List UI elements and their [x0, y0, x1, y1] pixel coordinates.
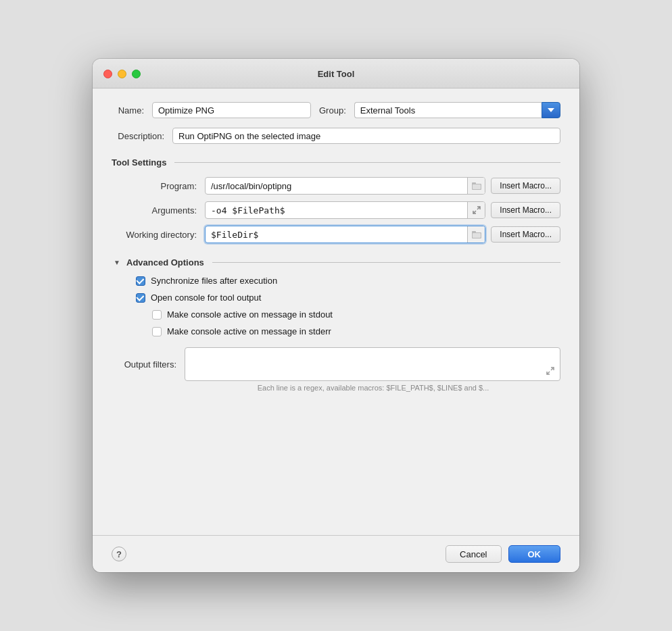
cancel-button[interactable]: Cancel: [446, 545, 501, 563]
group-dropdown-button[interactable]: [542, 102, 560, 118]
minimize-button[interactable]: [118, 70, 126, 78]
console-stdout-checkbox[interactable]: [152, 310, 162, 320]
output-filters-wrapper: [185, 347, 560, 381]
advanced-divider: [212, 262, 560, 263]
advanced-section: ▼ Advanced Options Synchronize files aft…: [112, 257, 560, 343]
svg-rect-6: [472, 231, 476, 233]
name-label: Name:: [112, 105, 152, 116]
tool-settings-divider: [174, 162, 560, 163]
tool-settings-fields: Program: Insert Macro... Arguments:: [112, 177, 560, 243]
program-input[interactable]: [206, 178, 467, 194]
svg-rect-1: [472, 182, 476, 184]
advanced-collapse-arrow[interactable]: ▼: [112, 257, 122, 268]
svg-rect-2: [473, 184, 481, 189]
working-dir-macro-button[interactable]: Insert Macro...: [491, 226, 560, 243]
dialog-title: Edit Tool: [318, 69, 355, 79]
console-stderr-checkbox[interactable]: [152, 327, 162, 336]
action-buttons: Cancel OK: [446, 545, 560, 563]
working-dir-folder-icon[interactable]: [467, 226, 485, 243]
open-console-label: Open console for tool output: [151, 293, 261, 303]
sync-files-row: Synchronize files after execution: [112, 276, 560, 286]
close-button[interactable]: [103, 70, 112, 78]
group-label: Group:: [311, 105, 354, 116]
working-dir-input-wrapper: [205, 226, 485, 243]
program-label: Program:: [112, 181, 199, 191]
maximize-button[interactable]: [132, 70, 141, 78]
arguments-row: Arguments: Insert Macro...: [112, 201, 560, 219]
description-row: Description:: [112, 128, 560, 144]
console-stderr-label: Make console active on message in stderr: [167, 326, 331, 336]
open-console-checkbox[interactable]: [136, 293, 145, 303]
program-input-wrapper: [205, 177, 485, 195]
tool-settings-header: Tool Settings: [112, 157, 560, 168]
traffic-lights: [103, 70, 141, 78]
bottom-bar: ? Cancel OK: [93, 535, 579, 572]
sync-files-checkbox[interactable]: [136, 276, 145, 286]
group-select-wrapper: [354, 102, 560, 118]
program-row: Program: Insert Macro...: [112, 177, 560, 195]
advanced-header: ▼ Advanced Options: [112, 257, 560, 268]
program-macro-button[interactable]: Insert Macro...: [491, 178, 560, 194]
output-filters-input[interactable]: [185, 348, 560, 380]
advanced-title: Advanced Options: [126, 257, 204, 268]
program-folder-icon[interactable]: [467, 177, 485, 195]
name-group-row: Name: Group:: [112, 102, 560, 118]
name-input[interactable]: [152, 102, 311, 118]
description-input[interactable]: [172, 128, 560, 144]
output-filters-row: Output filters:: [112, 347, 560, 381]
output-hint: Each line is a regex, available macros: …: [112, 384, 560, 392]
working-dir-label: Working directory:: [112, 230, 199, 240]
tool-settings-title: Tool Settings: [112, 157, 166, 168]
ok-button[interactable]: OK: [508, 545, 561, 563]
arguments-macro-button[interactable]: Insert Macro...: [491, 202, 560, 218]
arguments-input[interactable]: [206, 202, 467, 218]
working-dir-input[interactable]: [206, 226, 467, 243]
console-stdout-row: Make console active on message in stdout: [112, 309, 560, 320]
arguments-input-wrapper: [205, 201, 485, 219]
arguments-expand-icon[interactable]: [467, 201, 485, 219]
sync-files-label: Synchronize files after execution: [151, 276, 277, 286]
working-dir-row: Working directory: Insert Macro...: [112, 226, 560, 243]
console-stderr-row: Make console active on message in stderr: [112, 326, 560, 336]
svg-rect-7: [473, 233, 481, 238]
titlebar: Edit Tool: [93, 59, 579, 89]
help-button[interactable]: ?: [112, 547, 126, 561]
output-expand-icon[interactable]: [544, 364, 557, 378]
description-label: Description:: [112, 131, 172, 141]
content-area: Name: Group: Description: Tool Settings: [93, 89, 579, 535]
edit-tool-dialog: Edit Tool Name: Group: Description:: [93, 59, 579, 572]
arguments-label: Arguments:: [112, 205, 199, 216]
group-input[interactable]: [354, 102, 542, 118]
output-filters-label: Output filters:: [112, 359, 179, 370]
open-console-row: Open console for tool output: [112, 293, 560, 303]
console-stdout-label: Make console active on message in stdout: [167, 309, 333, 320]
